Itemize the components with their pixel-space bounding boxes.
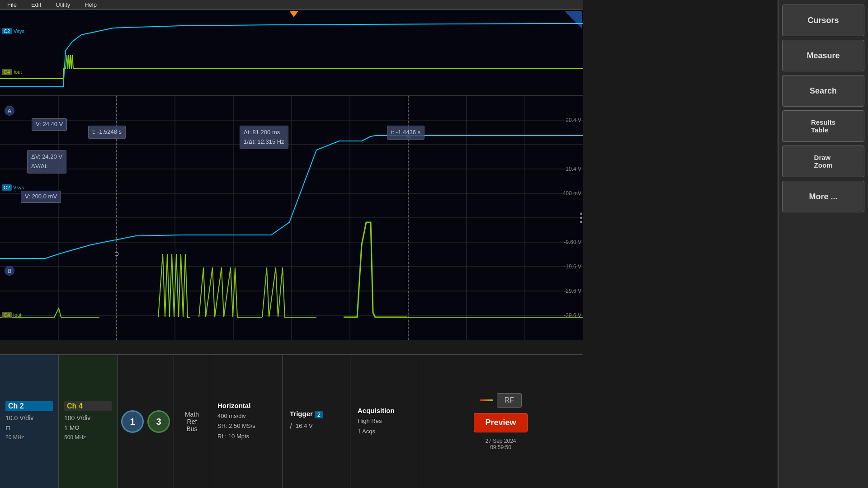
trigger-level: 16.4 V — [296, 421, 313, 431]
overview-panel: C2 Vsys C4 Iout — [0, 10, 583, 96]
ch2-bw: 20 MHz — [5, 433, 53, 442]
y-label-5: -19.6 V — [564, 263, 581, 270]
ch2-coupling: ⊓ — [5, 423, 53, 433]
ch4-name[interactable]: Ch 4 — [64, 401, 112, 411]
menu-bar: File Edit Utility Help — [0, 0, 583, 10]
cursors-button[interactable]: Cursors — [782, 5, 864, 36]
trigger-ch-badge: 2 — [315, 411, 323, 418]
dot-3 — [580, 221, 582, 223]
ch-btn-3[interactable]: 3 — [147, 410, 170, 433]
trigger-section: Trigger 2 / 16.4 V — [283, 355, 350, 488]
results-table-button[interactable]: ResultsTable — [782, 110, 864, 142]
zoom-view: 20.4 V 10.4 V 400 mV -9.60 V -19.6 V -29… — [0, 96, 583, 340]
delta-t-box: Δt: 81.200 ms 1/Δt: 12.315 Hz — [240, 126, 288, 149]
y-label-1: 20.4 V — [566, 117, 581, 123]
more-button[interactable]: More ... — [782, 181, 864, 212]
horizontal-sr: SR: 2.50 MS/s — [217, 421, 275, 431]
menu-edit[interactable]: Edit — [28, 0, 44, 9]
ch2-vdiv: 10.0 V/div — [5, 413, 53, 423]
y-label-6: -29.6 V — [564, 288, 581, 294]
cursor-b-label: B — [5, 266, 14, 276]
menu-file[interactable]: File — [5, 0, 19, 9]
math-ref-bus-section[interactable]: Math Ref Bus — [174, 355, 210, 488]
ch2-status: Ch 2 10.0 V/div ⊓ 20 MHz — [0, 355, 59, 488]
channel-buttons: 1 3 — [118, 355, 174, 488]
right-panel: Cursors Measure Search ResultsTable Draw… — [778, 0, 868, 488]
horizontal-rate: 400 ms/div — [217, 411, 275, 421]
grid — [0, 96, 583, 340]
ch2-v-readout: V: 200.0 mV — [21, 191, 61, 203]
ch4-zoom-badge: C4 — [2, 312, 12, 318]
dot-2 — [580, 217, 582, 219]
search-button[interactable]: Search — [782, 75, 864, 107]
rf-button[interactable]: RF — [497, 393, 522, 408]
ch4-zoom-name: Iout — [13, 312, 21, 318]
rf-preview-section: RF Preview 27 Sep 2024 09:59:50 — [418, 355, 583, 488]
y-label-7: -39.6 V — [564, 312, 581, 319]
menu-help[interactable]: Help — [82, 0, 99, 9]
cursor-a-time-box: t: -1.5248 s — [88, 126, 126, 139]
ch2-zoom-name: Vsys — [13, 185, 24, 190]
ch4-vdiv: 100 V/div — [64, 413, 112, 423]
trigger-slope: / — [290, 419, 292, 433]
ch2-name[interactable]: Ch 2 — [5, 401, 53, 411]
cursor-a-label: A — [5, 106, 14, 116]
horizontal-section: Horizontal 400 ms/div SR: 2.50 MS/s RL: … — [210, 355, 283, 488]
delta-v-box: ΔV: 24.20 V ΔV/Δt: — [27, 150, 66, 174]
y-label-3: 400 mV — [563, 190, 581, 197]
overview-waveform — [0, 10, 583, 96]
ch2-zoom-badge: C2 — [2, 184, 12, 191]
date-time: 27 Sep 2024 09:59:50 — [485, 438, 516, 450]
horizontal-title: Horizontal — [217, 402, 275, 409]
horizontal-rl: RL: 10 Mpts — [217, 432, 275, 441]
date-display: 27 Sep 2024 — [485, 438, 516, 444]
ch4-bw: 500 MHz — [64, 433, 112, 442]
preview-button[interactable]: Preview — [474, 413, 527, 432]
cursor-b-time-box: t: -1.4436 s — [387, 126, 425, 140]
trigger-title: Trigger — [290, 410, 313, 418]
draw-zoom-button[interactable]: DrawZoom — [782, 145, 864, 177]
cursor-a-v-readout: V: 24.40 V — [32, 118, 67, 131]
acquisition-mode: High Res — [358, 416, 410, 426]
acquisition-acqs: 1 Acqs — [358, 427, 410, 436]
time-display: 09:59:50 — [485, 444, 516, 450]
dot-1 — [580, 213, 582, 215]
status-bar: Ch 2 10.0 V/div ⊓ 20 MHz Ch 4 100 V/div … — [0, 354, 583, 488]
ch2-zoom-ch-label: C2 Vsys — [2, 184, 24, 191]
acquisition-section: Acquisition High Res 1 Acqs — [350, 355, 418, 488]
color-strip — [480, 399, 493, 401]
ch-btn-1[interactable]: 1 — [121, 410, 144, 433]
osc-display: C2 Vsys C4 Iout Horizontal Zoom Scale: 2… — [0, 10, 583, 340]
acquisition-title: Acquisition — [358, 407, 410, 414]
ch4-impedance: 1 MΩ — [64, 423, 112, 433]
measure-button[interactable]: Measure — [782, 40, 864, 71]
ch4-status: Ch 4 100 V/div 1 MΩ 500 MHz — [59, 355, 118, 488]
dots-menu[interactable] — [580, 213, 582, 223]
math-ref-bus-label: Math Ref Bus — [185, 411, 199, 432]
y-label-4: -9.60 V — [564, 239, 581, 245]
y-label-2: 10.4 V — [566, 166, 581, 172]
ch4-zoom-ch-label: C4 Iout — [2, 312, 21, 318]
menu-utility[interactable]: Utility — [53, 0, 73, 9]
